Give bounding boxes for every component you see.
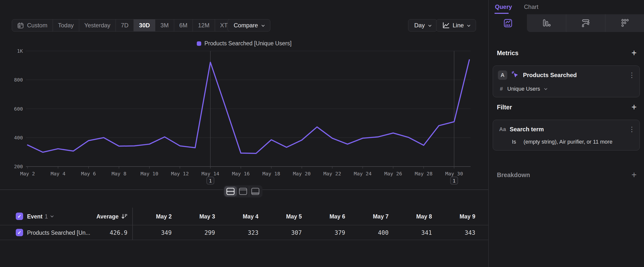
date-column-header[interactable]: May 8: [392, 213, 432, 220]
report-type-switcher: [489, 14, 644, 32]
layout-table-view-button[interactable]: [249, 186, 262, 196]
layout-chart-view-button[interactable]: [237, 186, 249, 196]
range-label: 30D: [139, 22, 150, 29]
tab-chart[interactable]: Chart: [524, 4, 538, 10]
granularity-button[interactable]: Day: [408, 19, 437, 32]
average-column-header[interactable]: Average: [78, 213, 128, 220]
y-axis-label: 600: [14, 106, 23, 112]
table-cell-value: 307: [262, 229, 302, 236]
row-checkbox[interactable]: ✓: [16, 229, 23, 236]
x-axis-label: May 24: [354, 171, 372, 177]
date-column-header[interactable]: May 9: [436, 213, 475, 220]
x-axis-label: May 18: [262, 171, 280, 177]
range-12m-button[interactable]: 12M: [193, 20, 215, 31]
y-axis-label: 800: [14, 77, 23, 83]
x-axis-label: May 22: [323, 171, 341, 177]
range-7d-button[interactable]: 7D: [116, 20, 134, 31]
metrics-title: Metrics: [497, 50, 518, 57]
breakdown-title: Breakdown: [497, 171, 530, 179]
kebab-menu-icon[interactable]: ⋮: [628, 72, 635, 79]
date-range-picker: CustomTodayYesterday7D30D3M6M12MXTD: [12, 19, 244, 32]
date-column-header[interactable]: May 6: [306, 213, 345, 220]
compare-button[interactable]: Compare: [228, 19, 270, 32]
x-axis-label: May 14: [202, 171, 219, 177]
table-row-average: 426.9: [78, 229, 128, 236]
chevron-down-icon: [428, 24, 432, 27]
metric-event-name[interactable]: Products Searched: [523, 72, 577, 79]
range-custom-button[interactable]: Custom: [12, 20, 53, 31]
aggregation-selector[interactable]: Unique Users: [507, 86, 546, 92]
report-type-funnels-tab[interactable]: [527, 14, 566, 32]
chevron-down-icon: [544, 87, 547, 90]
metric-card[interactable]: A Products Searched ⋮ # Unique Users: [493, 66, 640, 97]
table-cell-value: 299: [176, 229, 215, 236]
breakdown-section-header: Breakdown +: [497, 171, 636, 179]
chevron-down-icon: [51, 214, 54, 217]
x-axis-label: May 16: [232, 171, 250, 177]
add-filter-button[interactable]: +: [632, 103, 636, 111]
filter-operator[interactable]: Is: [512, 139, 516, 145]
layout-split-view-button[interactable]: [224, 186, 237, 196]
y-axis-label: 200: [14, 164, 23, 169]
range-3m-button[interactable]: 3M: [155, 20, 174, 31]
table-bottom-border: [0, 240, 488, 240]
aggregation-label: Unique Users: [507, 86, 540, 92]
range-today-button[interactable]: Today: [53, 20, 79, 31]
range-6m-button[interactable]: 6M: [174, 20, 193, 31]
add-metric-button[interactable]: +: [632, 49, 636, 57]
event-count: 1: [45, 213, 48, 220]
x-axis-label: May 4: [51, 171, 66, 177]
report-main-area: CustomTodayYesterday7D30D3M6M12MXTD Comp…: [0, 0, 488, 267]
date-column-header[interactable]: May 3: [176, 213, 215, 220]
date-column-header[interactable]: May 2: [132, 213, 172, 220]
table-cell-value: 343: [436, 229, 475, 236]
layout-toggle: [223, 185, 262, 197]
x-axis-label: May 12: [171, 171, 189, 177]
panel-tab-row: Query Chart: [489, 0, 644, 14]
event-header-label: Event: [27, 213, 42, 220]
compare-label: Compare: [234, 22, 258, 29]
filter-property-name[interactable]: Search term: [510, 126, 544, 133]
filter-section-header: Filter +: [497, 103, 636, 111]
range-label: 12M: [198, 22, 210, 29]
range-label: 3M: [160, 22, 168, 29]
range-label: Yesterday: [84, 22, 110, 29]
report-type-flows-tab[interactable]: [566, 14, 606, 32]
x-axis-label: May 20: [293, 171, 311, 177]
filter-card[interactable]: Aa Search term ⋮ Is (empty string), Air …: [493, 120, 640, 150]
date-column-header[interactable]: May 5: [262, 213, 302, 220]
report-type-insights-tab[interactable]: [489, 14, 527, 32]
metrics-section-header: Metrics +: [497, 49, 636, 57]
date-column-header[interactable]: May 7: [349, 213, 389, 220]
series-line[interactable]: [28, 60, 469, 153]
kebab-menu-icon[interactable]: ⋮: [628, 126, 635, 133]
table-cell-value: 323: [219, 229, 258, 236]
line-chart[interactable]: 2004006008001KMay 2May 4May 6May 8May 10…: [0, 37, 488, 190]
table-cell-value: 379: [306, 229, 345, 236]
y-axis-label: 1K: [17, 48, 23, 54]
filter-value[interactable]: (empty string), Air purifier, or 11 more: [524, 139, 612, 145]
event-click-icon: [511, 71, 519, 80]
event-column-header[interactable]: Event 1: [27, 213, 53, 220]
table-cell-value: 349: [132, 229, 172, 236]
add-breakdown-button[interactable]: +: [632, 171, 636, 179]
metric-series-badge: A: [498, 71, 507, 80]
range-yesterday-button[interactable]: Yesterday: [79, 20, 116, 31]
sort-descending-icon: [121, 213, 128, 220]
range-30d-button[interactable]: 30D: [134, 20, 155, 31]
date-column-header[interactable]: May 4: [219, 213, 258, 220]
checkmark-icon: ✓: [18, 230, 22, 235]
x-axis-label: May 28: [415, 171, 432, 177]
report-type-retention-tab[interactable]: [605, 14, 644, 32]
chart-type-label: Line: [452, 22, 464, 29]
x-axis-label: May 26: [384, 171, 402, 177]
x-axis-label: May 8: [112, 171, 126, 177]
y-axis-label: 400: [14, 135, 23, 141]
range-label: Custom: [27, 22, 48, 29]
range-label: 6M: [179, 22, 188, 29]
select-all-checkbox[interactable]: ✓: [16, 212, 23, 220]
x-axis-label: May 30: [445, 171, 463, 177]
annotation-badge-count: 1: [209, 178, 212, 184]
chart-type-button[interactable]: Line: [436, 19, 476, 32]
tab-query[interactable]: Query: [495, 4, 512, 10]
